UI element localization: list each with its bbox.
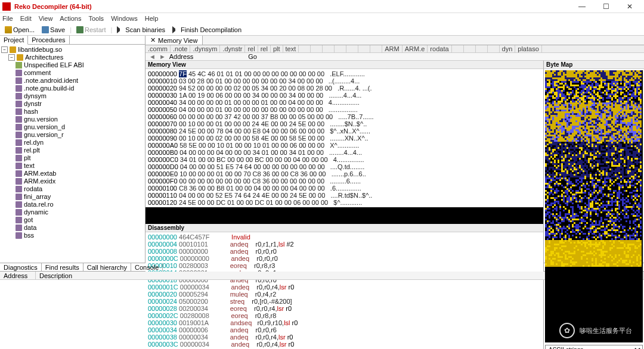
menu-edit[interactable]: Edit <box>20 15 32 22</box>
segment-tab[interactable] <box>358 45 370 52</box>
left-panel: Project Procedures −libantidebug.so −Arc… <box>0 36 145 263</box>
segment-icon <box>16 170 22 177</box>
play-icon <box>117 26 124 33</box>
segment-tab[interactable]: text <box>283 45 299 52</box>
tree-segment[interactable]: fini_array <box>24 193 51 201</box>
tree-segment[interactable]: data.rel.ro <box>24 201 54 208</box>
toolbar: Open... Save | Restart | Scan binaries F… <box>0 24 644 36</box>
tree-segment[interactable]: ARM.extab <box>24 170 56 177</box>
tree-segment[interactable]: got <box>24 216 33 224</box>
segment-tab[interactable] <box>311 45 323 52</box>
disassembly-view[interactable]: 00000000 464C457F Invalid 00000004 00010… <box>145 232 543 349</box>
segment-tab[interactable] <box>299 45 311 52</box>
close-button[interactable]: ✕ <box>618 1 642 13</box>
tree-segment[interactable]: .note.android.ident <box>24 77 78 85</box>
scan-button[interactable]: Scan binaries <box>114 26 168 33</box>
segment-icon <box>16 70 22 76</box>
save-button[interactable]: Save <box>39 26 67 33</box>
tree-segment[interactable]: rodata <box>24 185 42 193</box>
hex-column: Memory View 00000000 7F 45 4C 46 01 01 0… <box>145 61 544 349</box>
tree-segment[interactable]: rel.dyn <box>24 139 44 147</box>
menu-file[interactable]: File <box>2 15 13 22</box>
tab-find-results[interactable]: Find results <box>42 263 83 271</box>
tree-archchild[interactable]: Unspecified ELF ABI <box>24 61 84 69</box>
hex-view[interactable]: 00000000 7F 45 4C 46 01 01 01 00 00 00 0… <box>145 69 543 207</box>
address-bar: ◄ ► Address Go <box>145 53 644 61</box>
tab-project[interactable]: Project <box>0 36 28 45</box>
segment-icon <box>16 217 22 223</box>
segment-tab[interactable]: .dynstr <box>220 45 245 52</box>
tree-segment[interactable]: dynstr <box>24 100 42 108</box>
left-tabs: Project Procedures <box>0 36 145 45</box>
segment-tab[interactable] <box>346 45 358 52</box>
collapse-icon[interactable]: − <box>8 54 15 61</box>
tree-segment[interactable]: dynsym <box>24 92 47 100</box>
tree-arch[interactable]: Architectures <box>25 54 63 61</box>
tab-memory-view[interactable]: ✕Memory View <box>145 36 203 45</box>
menu-view[interactable]: View <box>39 15 53 22</box>
tree-root[interactable]: libantidebug.so <box>18 46 62 54</box>
tree-segment[interactable]: dynamic <box>24 208 48 216</box>
byte-map[interactable] <box>545 70 643 342</box>
tab-console[interactable]: Console <box>131 263 163 271</box>
tree-segment[interactable]: gnu.version_d <box>24 123 65 131</box>
tree-segment[interactable]: hash <box>24 108 38 116</box>
back-icon[interactable]: ◄ <box>149 53 156 60</box>
tree-segment[interactable]: rel.plt <box>24 147 40 154</box>
segment-tab[interactable] <box>452 45 464 52</box>
segment-tab[interactable] <box>370 45 382 52</box>
segment-icon <box>16 194 22 200</box>
tree-segment[interactable]: gnu.version_r <box>24 131 64 139</box>
go-button[interactable]: Go <box>248 53 257 60</box>
bytemap-header: Byte Map <box>544 61 644 69</box>
segment-tab[interactable] <box>464 45 476 52</box>
tree-segment[interactable]: .note.gnu.build-id <box>24 85 74 92</box>
menu-help[interactable]: Help <box>145 15 159 22</box>
segment-tab[interactable] <box>476 45 488 52</box>
maximize-button[interactable]: ☐ <box>594 1 618 13</box>
segment-tab[interactable] <box>335 45 346 52</box>
tree-segment[interactable]: bss <box>24 232 34 239</box>
segment-icon <box>16 225 22 231</box>
close-tab-icon[interactable]: ✕ <box>150 36 156 44</box>
segment-tab[interactable] <box>323 45 335 52</box>
segment-tab[interactable]: ARM.e <box>402 45 428 52</box>
menu-actions[interactable]: Actions <box>60 15 81 22</box>
segment-tab[interactable]: .comm <box>145 45 171 52</box>
tab-call-hierarchy[interactable]: Call hierarchy <box>83 263 131 271</box>
tab-procedures[interactable]: Procedures <box>28 36 69 44</box>
segment-tab[interactable]: .note <box>171 45 190 52</box>
segment-tab[interactable]: rel <box>258 45 271 52</box>
tree-segment[interactable]: data <box>24 224 36 232</box>
collapse-icon[interactable]: − <box>1 46 8 53</box>
segment-tab[interactable]: .dynsym <box>190 45 220 52</box>
menu-tools[interactable]: Tools <box>88 15 104 22</box>
finish-button[interactable]: Finish Decompilation <box>170 26 244 33</box>
tree-segment[interactable]: plt <box>24 154 31 162</box>
restart-button[interactable]: Restart <box>74 26 108 33</box>
segment-tab[interactable]: rel <box>245 45 258 52</box>
restart-icon <box>76 26 83 33</box>
minimize-button[interactable]: — <box>570 1 594 13</box>
project-tree[interactable]: −libantidebug.so −Architectures Unspecif… <box>0 45 145 263</box>
col-address[interactable]: Address <box>0 272 36 279</box>
tree-segment[interactable]: ARM.exidx <box>24 177 55 185</box>
segment-tab[interactable]: rodata <box>428 45 451 52</box>
segment-icon <box>16 77 22 84</box>
forward-icon[interactable]: ► <box>159 53 166 60</box>
tree-segment[interactable]: text <box>24 162 35 170</box>
segment-tab[interactable]: dyn <box>500 45 516 52</box>
segment-tab[interactable]: plt <box>271 45 283 52</box>
tab-diagnostics[interactable]: Diagnostics <box>0 263 42 271</box>
tree-segment[interactable]: comment <box>24 69 51 77</box>
tree-segment[interactable]: gnu.version <box>24 116 58 123</box>
segment-tab[interactable]: plataso <box>515 45 541 52</box>
segment-tab[interactable]: ARM <box>382 45 402 52</box>
bytemap-dropdown[interactable]: ASCII strings <box>545 345 643 349</box>
menubar: File Edit View Actions Tools Windows Hel… <box>0 13 644 24</box>
open-button[interactable]: Open... <box>2 26 37 33</box>
segment-tab[interactable] <box>488 45 500 52</box>
menu-windows[interactable]: Windows <box>111 15 138 22</box>
folder-icon <box>17 54 23 61</box>
segment-icon <box>16 85 22 92</box>
